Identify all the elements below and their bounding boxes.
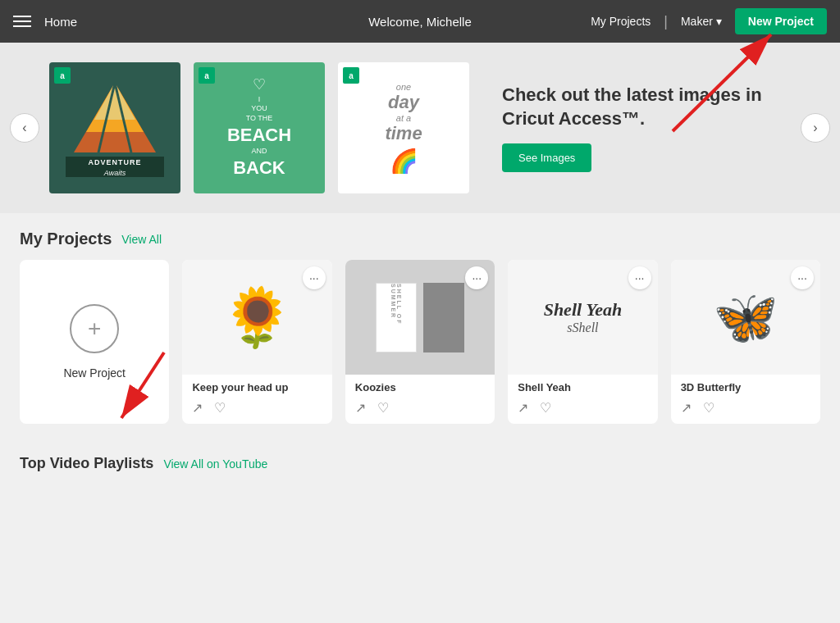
- banner-card-oneday[interactable]: a one day at a time 🌈: [338, 62, 469, 193]
- banner-prev-button[interactable]: ‹: [10, 113, 39, 143]
- butterfly-icon: 🦋: [713, 287, 778, 348]
- main-content: My Projects View All + New Project ··· 🌻…: [0, 213, 840, 440]
- cricut-badge: a: [54, 67, 71, 84]
- banner-card-beach[interactable]: a ♡ I YOU TO THE BEACH AND BACK: [194, 62, 325, 193]
- header: Home Welcome, Michelle My Projects | Mak…: [0, 0, 840, 43]
- project-card-shell-yeah: ··· Shell Yeah sShell Shell Yeah ↗ ♡: [508, 260, 657, 424]
- cricut-badge-2: a: [199, 67, 215, 84]
- home-link[interactable]: Home: [44, 15, 77, 29]
- adventure-image: ADVENTURE Awaits: [57, 70, 172, 185]
- project-card-butterfly: ··· 🦋 3D Butterfly ↗ ♡: [671, 260, 820, 424]
- project-info-koozies: Koozies ↗ ♡: [345, 375, 495, 424]
- heart-icon[interactable]: ♡: [703, 400, 714, 416]
- heart-icon[interactable]: ♡: [214, 400, 226, 416]
- svg-text:Awaits: Awaits: [103, 169, 126, 177]
- header-right: My Projects | Maker ▾ New Project: [591, 8, 827, 34]
- maker-dropdown[interactable]: Maker ▾: [681, 15, 722, 28]
- banner-description: Check out the latest images in Cricut Ac…: [486, 84, 791, 172]
- project-options-button-2[interactable]: ···: [465, 266, 488, 289]
- share-icon[interactable]: ↗: [518, 400, 528, 416]
- hamburger-menu[interactable]: [13, 16, 31, 27]
- my-projects-section-header: My Projects View All: [20, 230, 820, 248]
- share-icon[interactable]: ↗: [192, 400, 203, 416]
- svg-text:ADVENTURE: ADVENTURE: [88, 158, 141, 166]
- projects-grid: + New Project ··· 🌻 Keep your head up ↗ …: [20, 260, 820, 424]
- heart-icon[interactable]: ♡: [377, 400, 389, 416]
- project-options-button-3[interactable]: ···: [628, 266, 651, 289]
- share-icon[interactable]: ↗: [355, 400, 366, 416]
- project-options-button-4[interactable]: ···: [791, 266, 814, 289]
- project-name: Shell Yeah: [518, 381, 647, 393]
- banner-card-adventure[interactable]: a ADVENTURE Awaits: [49, 62, 180, 193]
- my-projects-link[interactable]: My Projects: [591, 15, 651, 28]
- banner-cards: a ADVENTURE Awaits a ♡ I: [49, 62, 469, 193]
- header-divider: |: [664, 13, 668, 30]
- heart-icon[interactable]: ♡: [540, 400, 551, 416]
- share-icon[interactable]: ↗: [681, 400, 692, 416]
- shell-yeah-text1: Shell Yeah: [544, 299, 623, 321]
- new-project-card[interactable]: + New Project: [20, 260, 169, 424]
- project-card-koozies: ··· SHELL OF SUMMER Koozies ↗ ♡: [345, 260, 495, 424]
- sunflower-icon: 🌻: [221, 284, 293, 351]
- project-actions: ↗ ♡: [518, 400, 647, 416]
- project-thumb-koozies: ··· SHELL OF SUMMER: [345, 260, 495, 375]
- project-actions: ↗ ♡: [192, 400, 322, 416]
- koozie-design: SHELL OF SUMMER: [376, 283, 464, 352]
- welcome-text: Welcome, Michelle: [368, 15, 472, 29]
- cricut-badge-3: a: [343, 67, 359, 84]
- beach-text: ♡ I YOU TO THE BEACH AND BACK: [227, 75, 291, 180]
- bottom-section: Top Video Playlists View All on YouTube: [0, 455, 840, 472]
- project-thumb-shell: ··· Shell Yeah sShell: [508, 260, 657, 375]
- project-info-shell: Shell Yeah ↗ ♡: [508, 375, 657, 424]
- project-actions: ↗ ♡: [355, 400, 485, 416]
- view-all-youtube-link[interactable]: View All on YouTube: [163, 457, 267, 471]
- see-images-button[interactable]: See Images: [502, 143, 591, 172]
- new-project-button[interactable]: New Project: [735, 8, 827, 34]
- svg-marker-6: [94, 83, 135, 120]
- project-card-sunflower: ··· 🌻 Keep your head up ↗ ♡: [182, 260, 331, 424]
- project-actions: ↗ ♡: [681, 400, 810, 416]
- banner-title: Check out the latest images in Cricut Ac…: [502, 84, 791, 130]
- project-info-sunflower: Keep your head up ↗ ♡: [182, 375, 331, 424]
- shell-yeah-design: Shell Yeah sShell: [544, 299, 623, 335]
- project-info-butterfly: 3D Butterfly ↗ ♡: [671, 375, 820, 424]
- oneday-content: one day at a time 🌈: [385, 82, 422, 175]
- my-projects-title: My Projects: [20, 230, 112, 248]
- banner: ‹ a ADVENTURE Awaits a: [0, 43, 840, 213]
- project-name: Koozies: [355, 381, 485, 393]
- koozie-gray: [423, 283, 464, 352]
- new-project-label: New Project: [63, 366, 125, 380]
- project-thumb-sunflower: ··· 🌻: [182, 260, 331, 375]
- view-all-link[interactable]: View All: [121, 233, 162, 246]
- top-video-title: Top Video Playlists: [20, 455, 153, 472]
- banner-next-button[interactable]: ›: [801, 113, 830, 143]
- project-thumb-butterfly: ··· 🦋: [671, 260, 820, 375]
- koozie-white: SHELL OF SUMMER: [376, 283, 417, 352]
- shell-yeah-text2: sShell: [544, 321, 623, 335]
- add-project-circle: +: [70, 304, 119, 353]
- project-name: Keep your head up: [192, 381, 322, 393]
- project-name: 3D Butterfly: [681, 381, 810, 393]
- project-options-button[interactable]: ···: [303, 266, 326, 289]
- chevron-down-icon: ▾: [716, 15, 722, 28]
